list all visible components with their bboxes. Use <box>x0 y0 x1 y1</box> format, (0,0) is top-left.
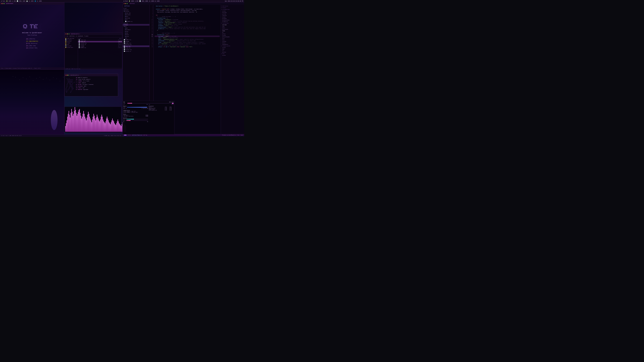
fm-minimize[interactable] <box>67 33 68 34</box>
win-close[interactable] <box>1 3 2 4</box>
fm-row-readmeorg[interactable]: 📄 README.org 5.25 K <box>78 47 122 48</box>
tree-flakenix[interactable]: 📄 flake.nix <box>123 45 150 47</box>
rs-nixpkgs-patches[interactable]: patches <box>221 51 244 53</box>
net-entries: 36.0 54.0 0%0% <box>123 119 148 122</box>
disk-entries: /dev/dm-0 /564GB /dev/dm-0 /nix/store503… <box>123 115 148 117</box>
rs-nixpkgs-name[interactable]: name <box>221 48 244 50</box>
tree-style[interactable]: ▶ style <box>123 35 150 37</box>
tree-pkgs[interactable]: ▶ pkgs <box>123 32 150 34</box>
nf-user: WE emmet @ snowfire <box>76 77 117 79</box>
tree-installsh[interactable]: 📄 install.sh <box>123 50 150 52</box>
fm-sidebar-item-work[interactable]: 📁 work <box>64 44 78 45</box>
code-line-7: let <box>155 14 220 16</box>
ln-6: 6 <box>150 13 154 14</box>
tree-shell[interactable]: ▶ shell <box>123 34 150 35</box>
rs-grubdevice[interactable]: grubDevice <box>221 21 244 22</box>
fm-row-flakenix[interactable]: 📄 flake.nix 2.26 K <box>78 41 122 42</box>
nf-minimize[interactable] <box>67 75 68 76</box>
rs-font[interactable]: font <box>221 39 244 41</box>
rs-timezone[interactable]: timezone <box>221 15 244 16</box>
tree-wm[interactable]: ▶ wm <box>123 37 150 39</box>
viz-bar-29 <box>85 117 85 132</box>
rs-theme[interactable]: theme <box>221 30 244 32</box>
fm-sidebar-item-tempsettings[interactable]: 📁 Temp-Settings <box>64 38 78 39</box>
fm-close[interactable] <box>66 33 66 34</box>
nf-maximize[interactable] <box>68 75 69 76</box>
viz-bar-7 <box>70 117 70 132</box>
rs-wm[interactable]: wm <box>221 32 244 33</box>
rs-term[interactable]: term <box>221 38 244 39</box>
rs-nixpkgs-src[interactable]: src <box>221 50 244 51</box>
tree-hardensh[interactable]: 📄 harden.sh <box>123 47 150 49</box>
rs-hostname[interactable]: hostname <box>221 12 244 13</box>
viz-bar-74 <box>115 124 116 132</box>
tree-license[interactable]: 📄 LICENSE <box>123 40 150 42</box>
fm-row-installsh[interactable]: 📄 install.sh 5.63 K <box>78 44 122 45</box>
fm-sidebar-item-pictures[interactable]: 📁 pictures <box>64 41 78 42</box>
code-line-5: org-nursery, org-yaap, org-side-tree, or… <box>155 11 220 13</box>
rs-header-pkgs: ▼ pkgs <box>221 53 244 55</box>
fm-title: emmet@snowfire:~ <box>71 33 80 34</box>
rs-bootmode[interactable]: bootMode <box>221 18 244 19</box>
tree-profiles[interactable]: ▼ profiles <box>123 11 150 12</box>
tree-git[interactable]: ▶ .git <box>123 7 150 9</box>
topbar-right-cpu: ⚙ 20% <box>135 0 138 2</box>
rs-dotfilesdir[interactable]: dotfilesDir <box>221 29 244 30</box>
rs-defaultroamdir[interactable]: defaultRoamDir <box>221 36 244 38</box>
rs-editor[interactable]: editor <box>221 42 244 44</box>
fm-sidebar-item-themes[interactable]: 📁 themes <box>64 42 78 44</box>
tree-work[interactable]: ▶ work <box>123 15 150 17</box>
rs-pkgs-system[interactable]: system <box>221 55 244 56</box>
fm-maximize[interactable] <box>68 33 70 34</box>
editor-minimize[interactable] <box>125 3 126 4</box>
rs-name[interactable]: name <box>221 26 244 27</box>
rs-spawneditor[interactable]: spawnEditor <box>221 44 244 45</box>
rs-email[interactable]: email <box>221 27 244 29</box>
nf-close[interactable] <box>66 75 66 76</box>
tree-wsl[interactable]: ▶ wsl <box>123 19 150 21</box>
rs-nixpkgs-system[interactable]: system <box>221 47 244 48</box>
tree-themes[interactable]: ▶ themes <box>123 24 150 26</box>
tree-installorg[interactable]: 📄 install.org <box>123 49 150 50</box>
qb-menu-newtab[interactable]: [t] [New tab] <box>26 45 38 47</box>
tree-patches[interactable]: ▶ patches <box>123 9 150 11</box>
editor-maximize[interactable] <box>127 3 128 4</box>
ln-3: 3 <box>150 8 154 10</box>
viz-bar-38 <box>91 120 91 132</box>
fm-sidebar-item-external[interactable]: 💿 External <box>64 45 78 47</box>
qb-menu-quickmarks[interactable]: [b] [Quickmarks] <box>26 40 38 42</box>
rs-fontpkg[interactable]: fontPkg <box>221 41 244 42</box>
fm-sidebar-item-octave[interactable]: 📁 octave-work <box>64 47 78 48</box>
rs-profile[interactable]: profile <box>221 13 244 15</box>
rs-wmtype[interactable]: wmType <box>221 33 244 35</box>
qb-menu-closetab[interactable]: [x] [Close tab] <box>26 47 38 49</box>
fm-row-flakelock[interactable]: 📄 flake.lock 27.5 K <box>78 39 122 41</box>
rs-browser[interactable]: browser <box>221 35 244 36</box>
rs-bootmountpath[interactable]: bootMountPath <box>221 19 244 21</box>
viz-bar-63 <box>108 118 108 132</box>
tree-readme[interactable]: 📄 README.org <box>123 39 150 40</box>
tree-profiles-readme[interactable]: 📄 README.org <box>123 21 150 22</box>
fm-row-license[interactable]: 📄 LICENSE 34.2 K <box>78 45 122 47</box>
win-minimize[interactable] <box>2 3 3 4</box>
tree-hardware[interactable]: ▶ hardware <box>123 29 150 30</box>
tree-app[interactable]: ▶ app <box>123 27 150 29</box>
tree-readme2[interactable]: 📄 README.org <box>123 42 150 44</box>
tree-worklab[interactable]: ▶ worklab <box>123 17 150 19</box>
tree-system[interactable]: ▶ system <box>123 22 150 24</box>
fm-sidebar-item-documents[interactable]: 📄 documents <box>64 39 78 41</box>
editor-close[interactable] <box>124 3 124 4</box>
rs-username[interactable]: username <box>221 24 244 26</box>
tree-homelab[interactable]: ▶ home.lab <box>123 12 150 14</box>
tree-personal[interactable]: ▶ personal <box>123 14 150 15</box>
rs-locale[interactable]: locale <box>221 16 244 18</box>
qb-menu-search[interactable]: [o] [Search] <box>26 38 38 40</box>
tree-desktop[interactable]: 🖼 desktop.png <box>123 44 150 45</box>
bottombar-text: $ root root 7.20G 2024-03-09 14:34 <box>1 135 22 136</box>
win-maximize[interactable] <box>4 3 5 4</box>
tree-lang[interactable]: ▶ lang <box>123 30 150 32</box>
qb-menu-history[interactable]: [S h] [History] <box>26 42 38 45</box>
rs-system[interactable]: system <box>221 10 244 12</box>
tree-user[interactable]: ▼ user <box>123 26 150 27</box>
fm-row-installorg[interactable]: 📄 install.org 10.6 K <box>78 42 122 44</box>
